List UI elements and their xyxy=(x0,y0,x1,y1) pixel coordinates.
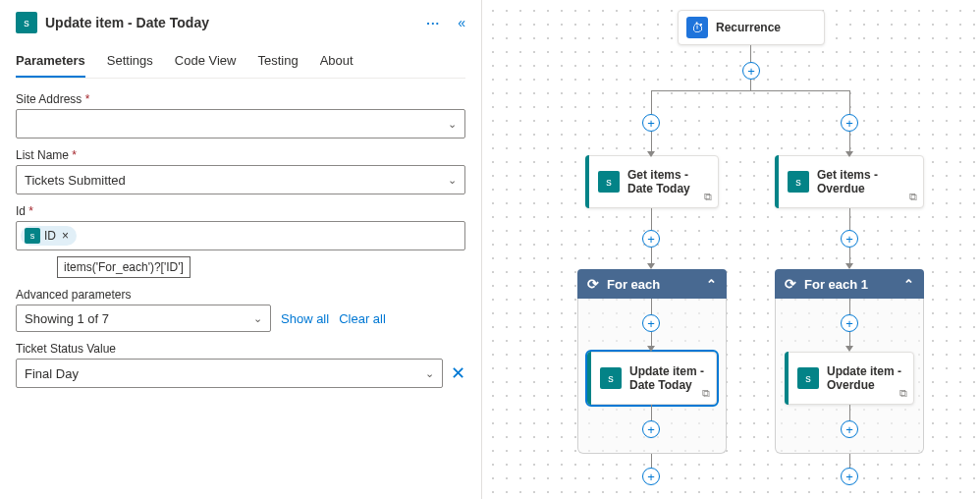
panel-header: s Update item - Date Today ··· « xyxy=(16,12,465,33)
more-menu-icon[interactable]: ··· xyxy=(426,16,440,30)
field-ticket-status: Ticket Status Value Final Day ⌄ ✕ xyxy=(16,342,465,388)
remove-token-icon[interactable]: × xyxy=(62,229,69,243)
clock-icon: ⏱ xyxy=(686,17,708,38)
node-update-item-date-today[interactable]: s Update item - Date Today ⧉ xyxy=(587,352,717,405)
collapse-icon[interactable]: « xyxy=(458,15,465,30)
sharepoint-icon: s xyxy=(598,171,620,193)
tab-bar: Parameters Settings Code View Testing Ab… xyxy=(16,47,465,79)
node-for-each-1[interactable]: ⟳ For each 1 ⌃ xyxy=(775,269,924,299)
ticket-status-select[interactable]: Final Day ⌄ xyxy=(16,359,443,388)
node-title: Update item - Date Today xyxy=(629,364,708,393)
list-name-label: List Name xyxy=(16,148,465,162)
field-site-address: Site Address ⌄ xyxy=(16,92,465,139)
add-step-button[interactable]: + xyxy=(841,114,858,132)
chevron-down-icon: ⌄ xyxy=(448,118,457,131)
field-id: Id s ID × items('For_each')?['ID'] xyxy=(16,204,465,278)
id-token[interactable]: s ID × xyxy=(21,226,77,246)
sharepoint-icon: s xyxy=(25,228,40,244)
add-step-button[interactable]: + xyxy=(841,420,858,438)
chevron-up-icon[interactable]: ⌃ xyxy=(903,277,914,292)
tab-about[interactable]: About xyxy=(320,47,354,78)
clear-field-icon[interactable]: ✕ xyxy=(451,362,465,384)
sharepoint-icon: s xyxy=(16,12,37,33)
node-title: For each 1 xyxy=(804,277,868,292)
loop-icon: ⟳ xyxy=(785,276,796,292)
add-step-button[interactable]: + xyxy=(642,314,660,332)
show-all-link[interactable]: Show all xyxy=(281,311,329,326)
id-tooltip: items('For_each')?['ID'] xyxy=(57,256,191,278)
field-advanced-parameters: Advanced parameters Showing 1 of 7 ⌄ Sho… xyxy=(16,288,465,332)
node-get-items-overdue[interactable]: s Get items - Overdue ⧉ xyxy=(775,155,924,208)
loop-icon: ⟳ xyxy=(587,276,599,292)
id-token-label: ID xyxy=(44,229,56,243)
node-get-items-date-today[interactable]: s Get items - Date Today ⧉ xyxy=(585,155,719,208)
node-title: For each xyxy=(607,277,660,292)
add-step-button[interactable]: + xyxy=(841,314,858,332)
site-address-select[interactable]: ⌄ xyxy=(16,109,465,139)
node-for-each[interactable]: ⟳ For each ⌃ xyxy=(577,269,727,299)
tab-settings[interactable]: Settings xyxy=(107,47,153,78)
node-title: Get items - Date Today xyxy=(627,168,710,196)
tab-testing[interactable]: Testing xyxy=(257,47,298,78)
chevron-down-icon: ⌄ xyxy=(253,312,262,325)
advanced-summary: Showing 1 of 7 xyxy=(25,311,109,326)
ticket-status-value: Final Day xyxy=(25,366,79,381)
add-step-button[interactable]: + xyxy=(642,230,660,248)
sharepoint-icon: s xyxy=(797,367,819,389)
list-name-value: Tickets Submitted xyxy=(25,173,126,188)
add-step-button[interactable]: + xyxy=(841,230,858,248)
node-update-item-overdue[interactable]: s Update item - Overdue ⧉ xyxy=(785,352,914,405)
add-step-button[interactable]: + xyxy=(841,468,858,485)
add-step-button[interactable]: + xyxy=(642,420,660,438)
advanced-summary-select[interactable]: Showing 1 of 7 ⌄ xyxy=(16,305,271,332)
node-title: Update item - Overdue xyxy=(827,364,905,393)
id-input[interactable]: s ID × xyxy=(16,221,465,250)
add-step-button[interactable]: + xyxy=(642,468,660,485)
site-address-label: Site Address xyxy=(16,92,465,106)
tab-parameters[interactable]: Parameters xyxy=(16,47,85,78)
sharepoint-icon: s xyxy=(788,171,809,193)
add-step-button[interactable]: + xyxy=(742,62,760,80)
action-config-panel: s Update item - Date Today ··· « Paramet… xyxy=(0,0,481,499)
link-icon: ⧉ xyxy=(704,191,712,203)
tab-code-view[interactable]: Code View xyxy=(175,47,237,78)
node-title: Get items - Overdue xyxy=(817,168,915,196)
link-icon: ⧉ xyxy=(702,387,710,400)
flow-canvas: ⏱ Recurrence + + + s Get items - Date To… xyxy=(481,0,980,499)
node-title: Recurrence xyxy=(716,21,781,34)
node-recurrence[interactable]: ⏱ Recurrence xyxy=(678,10,825,45)
sharepoint-icon: s xyxy=(600,367,622,389)
field-list-name: List Name Tickets Submitted ⌄ xyxy=(16,148,465,194)
chevron-down-icon: ⌄ xyxy=(448,174,457,187)
chevron-down-icon: ⌄ xyxy=(425,367,434,380)
add-step-button[interactable]: + xyxy=(642,114,660,132)
ticket-status-label: Ticket Status Value xyxy=(16,342,465,356)
id-label: Id xyxy=(16,204,465,218)
clear-all-link[interactable]: Clear all xyxy=(339,311,386,326)
link-icon: ⧉ xyxy=(899,387,907,400)
chevron-up-icon[interactable]: ⌃ xyxy=(706,277,717,292)
list-name-select[interactable]: Tickets Submitted ⌄ xyxy=(16,165,465,194)
advanced-label: Advanced parameters xyxy=(16,288,465,302)
link-icon: ⧉ xyxy=(909,191,917,203)
panel-title: Update item - Date Today xyxy=(45,15,418,30)
